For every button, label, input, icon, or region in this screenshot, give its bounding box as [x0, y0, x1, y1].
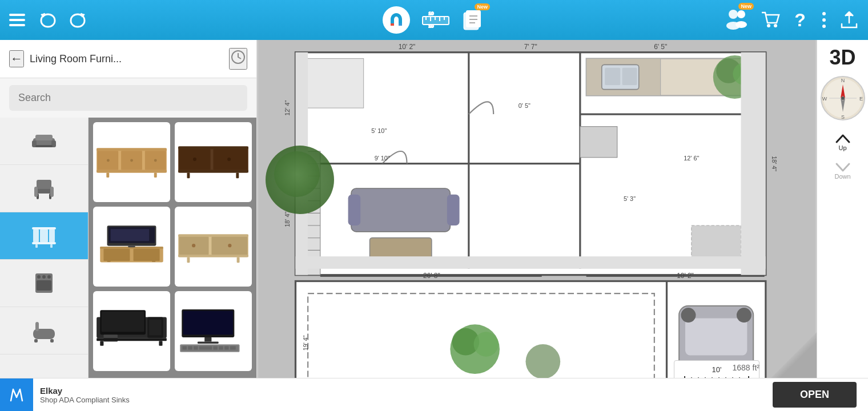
panel-header: ← Living Room Furni...	[0, 40, 256, 78]
up-label: Up	[838, 144, 846, 151]
svg-rect-72	[187, 172, 190, 178]
svg-rect-101	[97, 338, 167, 341]
svg-rect-115	[219, 346, 223, 349]
new-feature-button[interactable]: New	[461, 8, 485, 32]
svg-point-64	[107, 159, 110, 162]
furniture-item-1[interactable]	[93, 122, 170, 202]
svg-text:7' 7": 7' 7"	[524, 43, 537, 51]
svg-rect-69	[178, 170, 248, 173]
svg-text:W: W	[822, 96, 827, 102]
svg-rect-42	[40, 229, 48, 242]
svg-point-18	[729, 10, 738, 19]
category-tv-stand[interactable]	[0, 212, 88, 260]
nav-down-button[interactable]: Down	[820, 156, 866, 185]
menu-button[interactable]	[9, 14, 25, 26]
svg-rect-53	[34, 339, 38, 342]
svg-text:19' 4": 19' 4"	[302, 335, 309, 350]
svg-rect-105	[183, 311, 233, 335]
more-button[interactable]	[820, 10, 828, 30]
scale-label: 10'	[712, 365, 722, 374]
ad-brand: Elkay	[40, 386, 773, 396]
svg-text:S: S	[841, 114, 844, 120]
nav-up-button[interactable]: Up	[820, 128, 866, 156]
furniture-item-4[interactable]	[175, 207, 252, 287]
ad-open-button[interactable]: OPEN	[773, 382, 857, 408]
furniture-item-6[interactable]	[175, 291, 252, 371]
svg-rect-88	[178, 255, 248, 257]
svg-rect-110	[183, 346, 187, 349]
svg-text:E: E	[859, 96, 862, 102]
category-appliance[interactable]	[0, 260, 88, 307]
back-button[interactable]: ←	[9, 50, 24, 67]
magnet-button[interactable]	[383, 6, 410, 34]
svg-rect-4	[399, 23, 402, 26]
svg-rect-113	[199, 346, 212, 349]
furniture-item-2[interactable]	[175, 122, 252, 202]
svg-rect-87	[178, 235, 248, 237]
help-button[interactable]: ?	[791, 10, 809, 30]
svg-point-130	[681, 308, 696, 323]
down-label: Down	[834, 173, 850, 180]
svg-rect-103	[159, 341, 162, 346]
svg-rect-83	[111, 229, 150, 241]
svg-rect-38	[34, 187, 38, 197]
svg-rect-0	[9, 14, 25, 16]
furniture-item-5[interactable]	[93, 291, 170, 371]
users-new-badge: New	[738, 3, 754, 10]
svg-point-180	[526, 344, 561, 379]
compass: N E S W	[820, 75, 866, 121]
search-input[interactable]	[9, 85, 247, 111]
redo-button[interactable]	[70, 12, 87, 28]
svg-rect-100	[149, 320, 161, 335]
svg-rect-2	[9, 24, 25, 26]
category-sofa[interactable]	[0, 118, 88, 165]
upload-button[interactable]	[839, 10, 859, 30]
toolbar-center: 10 10 New	[383, 6, 485, 34]
items-grid	[89, 118, 256, 411]
svg-rect-84	[107, 257, 111, 262]
svg-point-23	[774, 24, 777, 27]
svg-rect-34	[37, 180, 51, 190]
svg-point-26	[822, 18, 826, 22]
history-button[interactable]	[229, 48, 247, 70]
svg-rect-35	[35, 189, 53, 194]
toolbar: 10 10 New New	[0, 0, 868, 40]
svg-point-49	[37, 275, 41, 279]
toolbar-right: New ?	[724, 7, 859, 33]
left-panel: ← Living Room Furni...	[0, 40, 257, 411]
svg-rect-151	[351, 188, 450, 232]
undo-button[interactable]	[39, 12, 56, 28]
panel-title: Living Room Furni...	[30, 53, 223, 65]
svg-rect-107	[198, 341, 219, 344]
svg-rect-128	[685, 319, 747, 356]
svg-rect-148	[605, 68, 620, 85]
svg-point-179	[474, 332, 499, 356]
svg-text:5' 3": 5' 3"	[624, 195, 636, 202]
svg-rect-57	[97, 148, 167, 151]
svg-text:18' 4": 18' 4"	[771, 156, 778, 171]
category-chair[interactable]	[0, 165, 88, 212]
svg-point-94	[228, 244, 231, 247]
furniture-item-3[interactable]	[93, 207, 170, 287]
svg-rect-85	[152, 257, 155, 262]
category-sidebar	[0, 118, 89, 411]
svg-text:10' 2": 10' 2"	[399, 43, 416, 51]
view-3d-label[interactable]: 3D	[829, 46, 855, 70]
category-bath[interactable]	[0, 307, 88, 354]
svg-point-74	[193, 158, 196, 161]
svg-text:9' 10": 9' 10"	[375, 155, 390, 162]
svg-point-25	[822, 12, 826, 15]
svg-point-65	[130, 159, 133, 162]
svg-text:6' 5": 6' 5"	[654, 43, 667, 51]
ad-logo	[0, 378, 33, 412]
svg-text:0' 5": 0' 5"	[519, 102, 531, 109]
svg-point-20	[737, 10, 745, 18]
ruler-button[interactable]: 10 10	[421, 9, 450, 31]
svg-rect-79	[134, 249, 160, 261]
svg-rect-68	[178, 146, 248, 149]
svg-point-50	[42, 275, 46, 279]
cart-button[interactable]	[761, 10, 780, 30]
ad-subtitle: Shop ADA Compliant Sinks	[40, 396, 773, 404]
users-button[interactable]: New	[724, 7, 749, 33]
svg-point-131	[737, 308, 752, 323]
